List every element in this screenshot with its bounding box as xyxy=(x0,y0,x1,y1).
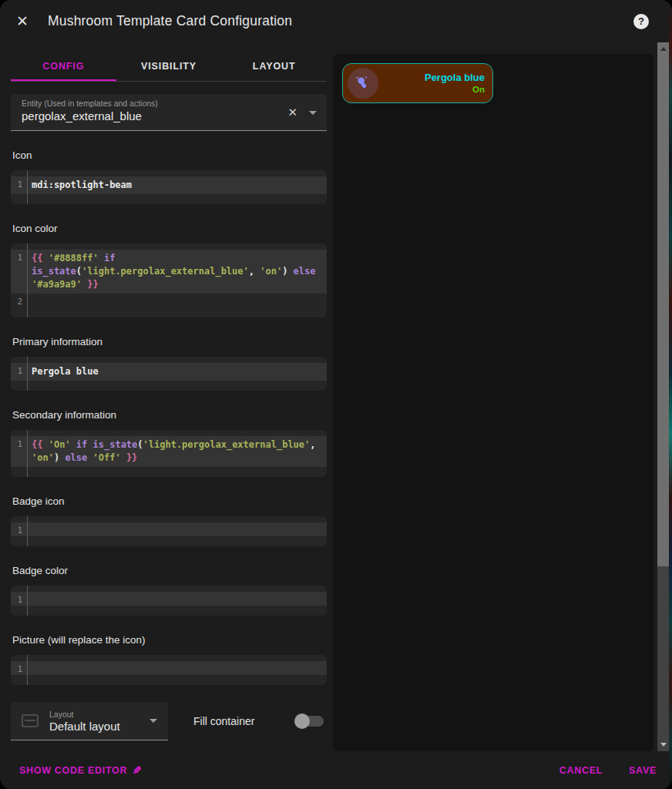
field-label: Icon color xyxy=(11,223,327,234)
card-preview-panel: Pergola blue On xyxy=(333,54,654,751)
line-number xyxy=(11,675,28,685)
layout-select-texts: Layout Default layout xyxy=(49,710,120,733)
scrollbar[interactable] xyxy=(657,42,669,751)
line-number: 1 xyxy=(11,176,28,194)
line-number xyxy=(11,586,28,592)
field-label: Badge icon xyxy=(11,495,327,507)
section-icon-color: Icon color 1{{ '#8888ff' if is_state('li… xyxy=(11,223,327,317)
code-line[interactable] xyxy=(28,381,327,391)
line-number xyxy=(11,357,28,363)
icon-color-code-editor[interactable]: 1{{ '#8888ff' if is_state('light.pergola… xyxy=(11,243,327,317)
field-label: Badge color xyxy=(11,565,327,576)
scrollbar-thumb[interactable] xyxy=(657,55,669,566)
save-button[interactable]: SAVE xyxy=(629,765,657,776)
clear-entity-icon[interactable]: ✕ xyxy=(287,106,297,119)
entity-picker[interactable]: Entity (Used in templates and actions) p… xyxy=(11,94,327,131)
tab-layout[interactable]: LAYOUT xyxy=(221,53,327,79)
dialog-footer: SHOW CODE EDITOR ✎ CANCEL SAVE xyxy=(0,751,672,789)
line-number xyxy=(11,194,28,204)
editor-sections: Icon 1mdi:spotlight-beam Icon color 1{{ … xyxy=(11,149,327,685)
line-number: 1 xyxy=(11,522,28,536)
section-primary-information: Primary information 1Pergola blue xyxy=(11,336,327,391)
badge-icon-code-editor[interactable]: 1 xyxy=(11,516,327,546)
dialog-title: Mushroom Template Card Configuration xyxy=(48,13,292,29)
background-edge-strip xyxy=(669,0,672,789)
code-line[interactable]: mdi:spotlight-beam xyxy=(28,176,327,194)
badge-color-code-editor[interactable]: 1 xyxy=(11,586,327,616)
section-badge-color: Badge color 1 xyxy=(11,565,327,616)
code-line[interactable]: {{ 'On' if is_state('light.pergolax_exte… xyxy=(28,436,327,467)
line-number xyxy=(11,467,28,477)
close-icon[interactable]: ✕ xyxy=(12,12,32,32)
layout-icon xyxy=(22,714,39,727)
code-line[interactable] xyxy=(28,194,327,204)
tab-config[interactable]: CONFIG xyxy=(11,53,116,79)
chevron-down-icon xyxy=(150,719,157,723)
scroll-down-icon[interactable] xyxy=(657,738,669,751)
card-icon-circle[interactable] xyxy=(348,68,378,99)
line-number xyxy=(11,536,28,546)
help-icon[interactable]: ? xyxy=(633,14,649,29)
code-line[interactable]: {{ '#8888ff' if is_state('light.pergolax… xyxy=(28,250,327,294)
card-secondary-text: On xyxy=(378,84,485,95)
field-label: Secondary information xyxy=(11,409,327,421)
code-line[interactable] xyxy=(28,467,327,477)
spotlight-beam-icon xyxy=(354,75,371,92)
line-number: 1 xyxy=(11,592,28,606)
layout-select-value: Default layout xyxy=(49,720,120,733)
entity-value: pergolax_external_blue xyxy=(22,109,277,123)
line-number xyxy=(11,307,28,317)
pencil-icon: ✎ xyxy=(132,764,141,777)
line-number: 2 xyxy=(11,294,28,307)
line-number xyxy=(11,430,28,436)
layout-select[interactable]: Layout Default layout xyxy=(11,702,168,740)
preview-card[interactable]: Pergola blue On xyxy=(342,63,493,103)
field-label: Primary information xyxy=(11,336,327,347)
show-code-editor-button[interactable]: SHOW CODE EDITOR ✎ xyxy=(19,764,142,777)
line-number: 1 xyxy=(11,436,28,467)
code-line[interactable]: Pergola blue xyxy=(28,363,327,381)
field-label: Icon xyxy=(11,149,327,161)
secondary-information-code-editor[interactable]: 1{{ 'On' if is_state('light.pergolax_ext… xyxy=(11,430,327,477)
cancel-button[interactable]: CANCEL xyxy=(559,765,603,776)
code-line[interactable] xyxy=(28,307,327,317)
config-form: CONFIG VISIBILITY LAYOUT Entity (Used in… xyxy=(11,53,327,740)
line-number xyxy=(11,381,28,391)
line-number xyxy=(11,243,28,250)
section-secondary-information: Secondary information 1{{ 'On' if is_sta… xyxy=(11,409,327,477)
code-line[interactable] xyxy=(28,661,327,675)
section-icon: Icon 1mdi:spotlight-beam xyxy=(11,149,327,204)
line-number xyxy=(11,606,28,616)
card-primary-text: Pergola blue xyxy=(378,72,485,84)
primary-information-code-editor[interactable]: 1Pergola blue xyxy=(11,357,327,391)
code-line[interactable] xyxy=(28,675,327,685)
picture-code-editor[interactable]: 1 xyxy=(11,655,327,685)
card-texts: Pergola blue On xyxy=(378,72,488,95)
show-code-editor-label: SHOW CODE EDITOR xyxy=(19,765,127,776)
field-label: Picture (will replace the icon) xyxy=(11,634,327,646)
toggle-thumb xyxy=(294,713,310,729)
code-line[interactable] xyxy=(28,536,327,546)
layout-options-row: Layout Default layout Fill container xyxy=(11,702,327,740)
scroll-up-icon[interactable] xyxy=(657,42,669,55)
entity-label: Entity (Used in templates and actions) xyxy=(22,99,277,108)
line-number xyxy=(11,516,28,522)
line-number: 1 xyxy=(11,363,28,381)
layout-select-label: Layout xyxy=(49,710,120,719)
tab-divider xyxy=(11,81,327,82)
section-picture: Picture (will replace the icon) 1 xyxy=(11,634,327,685)
code-line[interactable] xyxy=(28,522,327,536)
code-line[interactable] xyxy=(28,592,327,606)
chevron-down-icon[interactable] xyxy=(309,111,317,115)
tab-visibility[interactable]: VISIBILITY xyxy=(116,53,222,79)
line-number: 1 xyxy=(11,250,28,294)
fill-container-toggle[interactable] xyxy=(296,716,324,727)
icon-code-editor[interactable]: 1mdi:spotlight-beam xyxy=(11,170,327,204)
line-number xyxy=(11,655,28,661)
line-number: 1 xyxy=(11,661,28,675)
fill-container-label: Fill container xyxy=(193,715,254,727)
code-line[interactable] xyxy=(28,294,327,307)
line-number xyxy=(11,170,28,176)
dialog-header: ✕ Mushroom Template Card Configuration ? xyxy=(0,0,672,42)
code-line[interactable] xyxy=(28,606,327,616)
